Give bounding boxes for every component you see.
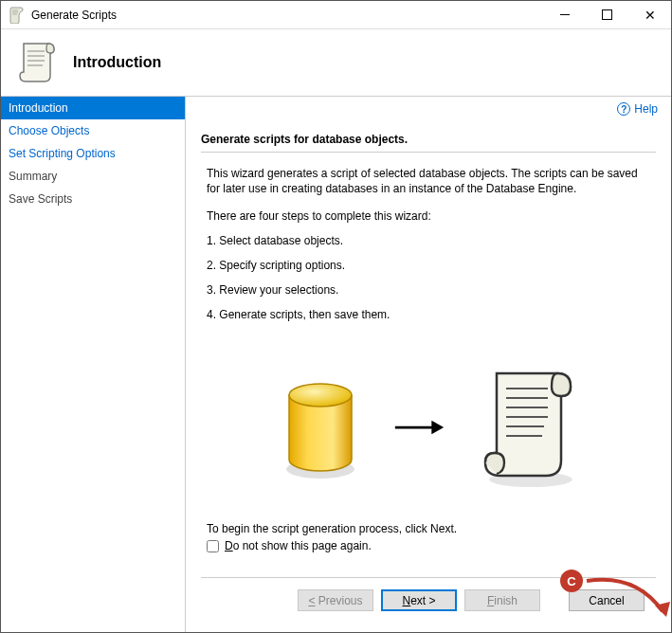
app-icon xyxy=(9,7,26,24)
do-not-show-row[interactable]: Do not show this page again. xyxy=(201,539,656,552)
help-icon: ? xyxy=(617,102,630,116)
wizard-header: Introduction xyxy=(1,29,671,96)
step-2: 2. Specify scripting options. xyxy=(207,259,656,272)
steps-list: 1. Select database objects. 2. Specify s… xyxy=(201,234,656,333)
steps-intro: There are four steps to complete this wi… xyxy=(201,209,656,223)
content-heading: Generate scripts for database objects. xyxy=(201,133,656,146)
step-4: 4. Generate scripts, then save them. xyxy=(207,308,656,321)
next-button[interactable]: Next > xyxy=(381,589,457,611)
do-not-show-label: Do not show this page again. xyxy=(225,539,372,552)
script-icon xyxy=(476,366,580,489)
wizard-window: Generate Scripts ✕ Introduction Introduc… xyxy=(0,0,672,633)
arrow-icon xyxy=(393,416,445,439)
sidebar-item-save-scripts[interactable]: Save Scripts xyxy=(1,188,185,210)
sidebar-item-scripting-options[interactable]: Set Scripting Options xyxy=(1,142,185,165)
close-button[interactable]: ✕ xyxy=(628,1,671,28)
minimize-button[interactable] xyxy=(543,1,586,28)
title-bar: Generate Scripts ✕ xyxy=(1,1,671,29)
maximize-button[interactable] xyxy=(586,1,628,28)
step-1: 1. Select database objects. xyxy=(207,234,656,247)
divider xyxy=(201,152,656,153)
sidebar-item-summary[interactable]: Summary xyxy=(1,165,185,188)
wizard-content: ? Help Generate scripts for database obj… xyxy=(186,97,671,632)
sidebar-item-choose-objects[interactable]: Choose Objects xyxy=(1,119,185,142)
previous-button: < Previous xyxy=(298,589,373,611)
page-title: Introduction xyxy=(73,54,161,71)
illustration xyxy=(201,361,656,494)
help-label: Help xyxy=(634,102,658,116)
svg-point-1 xyxy=(289,384,352,407)
cancel-button[interactable]: Cancel xyxy=(569,589,645,611)
help-link[interactable]: ? Help xyxy=(617,102,658,116)
wizard-body: Introduction Choose Objects Set Scriptin… xyxy=(1,96,671,632)
button-bar: < Previous Next > Finish Cancel xyxy=(201,577,656,623)
step-3: 3. Review your selections. xyxy=(207,283,656,297)
footer-text: To begin the script generation process, … xyxy=(201,522,656,535)
scroll-icon xyxy=(18,40,58,85)
finish-button: Finish xyxy=(464,589,540,611)
wizard-sidebar: Introduction Choose Objects Set Scriptin… xyxy=(1,97,186,632)
do-not-show-checkbox[interactable] xyxy=(207,540,219,552)
intro-text: This wizard generates a script of select… xyxy=(201,166,656,196)
sidebar-item-introduction[interactable]: Introduction xyxy=(1,97,185,119)
window-title: Generate Scripts xyxy=(31,9,543,22)
database-icon xyxy=(278,371,363,484)
window-controls: ✕ xyxy=(543,1,671,28)
